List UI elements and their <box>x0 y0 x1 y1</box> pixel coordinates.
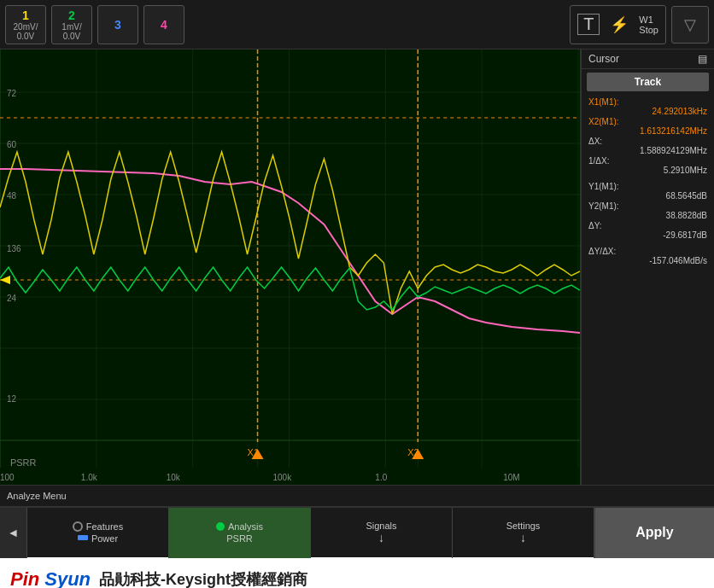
dx-row: ΔX: 1.588924129MHz <box>588 137 707 155</box>
dy-dx-value: -157.046MdB/s <box>588 256 707 265</box>
svg-text:24: 24 <box>7 294 17 303</box>
run-icon: ▽ <box>684 15 696 34</box>
svg-text:136: 136 <box>7 244 21 253</box>
footer: PinSyun 品勛科技-Keysight授權經銷商 <box>0 557 714 588</box>
inv-dx-label: 1/ΔX: <box>588 156 609 166</box>
trigger-section: T ⚡ W1 Stop <box>570 5 666 44</box>
logo-syun: Syun <box>44 568 91 588</box>
oscilloscope-plot: 72 60 48 136 24 12 X1 X2 PSRR <box>0 49 580 485</box>
tab-signals[interactable]: Signals ↓ <box>311 508 453 558</box>
logo-pin: Pin <box>10 568 39 588</box>
y2-value: 38.8828dB <box>588 211 707 220</box>
settings-arrow: ↓ <box>520 531 526 544</box>
y1-value: 68.5645dB <box>588 191 707 201</box>
svg-text:60: 60 <box>7 140 17 149</box>
svg-text:1.0k: 1.0k <box>81 473 97 482</box>
dx-value: 1.588924129MHz <box>588 146 707 155</box>
features-sublabel: Power <box>91 533 118 544</box>
x1-row: X1(M1): 24.292013kHz <box>588 97 707 116</box>
x2-row: X2(M1): 1.613216142MHz <box>588 117 707 136</box>
trigger-w1: W1 Stop <box>639 15 658 35</box>
features-blue-dot <box>78 535 88 540</box>
ch2-offset: 0.0V <box>63 32 81 41</box>
panel-icon: ▤ <box>698 53 707 65</box>
dy-row: ΔY: -29.6817dB <box>588 221 707 240</box>
channel-3-button[interactable]: 3 <box>97 5 138 44</box>
x2-label: X2(M1): <box>588 117 619 126</box>
analyze-bar: Analyze Menu <box>0 485 714 507</box>
cursor-data: X1(M1): 24.292013kHz X2(M1): 1.613216142… <box>582 95 714 268</box>
ch2-number: 2 <box>68 9 75 22</box>
top-toolbar: 1 20mV/ 0.0V 2 1mV/ 0.0V 3 4 T ⚡ W1 Stop… <box>0 0 714 49</box>
y1-label: Y1(M1): <box>588 182 619 191</box>
features-top: Features <box>73 521 123 532</box>
ch2-volt: 1mV/ <box>61 22 81 32</box>
y2-row: Y2(M1): 38.8828dB <box>588 201 707 220</box>
panel-title: Cursor <box>588 53 619 65</box>
footer-text: 品勛科技-Keysight授權經銷商 <box>99 569 307 588</box>
svg-rect-0 <box>0 49 580 485</box>
channel-1-button[interactable]: 1 20mV/ 0.0V <box>5 5 46 44</box>
analysis-top: Analysis <box>216 521 263 532</box>
run-button[interactable]: ▽ <box>671 6 709 44</box>
tab-analysis[interactable]: Analysis PSRR <box>169 508 311 558</box>
apply-button[interactable]: Apply <box>594 508 714 558</box>
svg-text:72: 72 <box>7 89 17 98</box>
channel-4-button[interactable]: 4 <box>143 5 184 44</box>
svg-text:48: 48 <box>7 191 17 201</box>
ch1-offset: 0.0V <box>17 32 35 41</box>
inv-dx-value: 5.2910MHz <box>588 166 707 175</box>
settings-label: Settings <box>506 521 541 531</box>
footer-logo: PinSyun <box>10 568 91 588</box>
dy-value: -29.6817dB <box>588 230 707 240</box>
x2-value: 1.613216142MHz <box>588 126 707 136</box>
analysis-dot <box>216 522 225 531</box>
ch4-number: 4 <box>161 18 167 32</box>
svg-text:PSRR: PSRR <box>10 457 37 468</box>
plot-area[interactable]: 72 60 48 136 24 12 X1 X2 PSRR <box>0 49 581 485</box>
menu-tabs: Features Power Analysis PSRR Signals ↓ S… <box>27 508 594 558</box>
features-label: Features <box>86 521 123 532</box>
tab-settings[interactable]: Settings ↓ <box>453 508 594 558</box>
features-sub: Power <box>78 532 118 544</box>
signals-arrow: ↓ <box>378 531 384 544</box>
analysis-sublabel: PSRR <box>226 533 253 544</box>
signals-label: Signals <box>366 521 396 531</box>
cursor-panel: Cursor ▤ Track X1(M1): 24.292013kHz X2(M… <box>581 49 714 485</box>
svg-text:10M: 10M <box>503 473 519 482</box>
inv-dx-row: 1/ΔX: 5.2910MHz <box>588 156 707 175</box>
features-radio <box>73 521 83 532</box>
track-button[interactable]: Track <box>587 73 709 91</box>
main-area: 72 60 48 136 24 12 X1 X2 PSRR <box>0 49 714 485</box>
analyze-label: Analyze Menu <box>7 491 67 501</box>
svg-text:12: 12 <box>7 394 17 404</box>
dy-dx-label: ΔY/ΔX: <box>588 247 616 256</box>
y1-row: Y1(M1): 68.5645dB <box>588 182 707 201</box>
ch3-number: 3 <box>114 18 121 32</box>
svg-text:100: 100 <box>0 473 15 482</box>
x1-label: X1(M1): <box>588 97 619 107</box>
y2-label: Y2(M1): <box>588 201 619 211</box>
svg-text:1.0: 1.0 <box>375 473 387 482</box>
tab-features[interactable]: Features Power <box>27 508 169 558</box>
svg-text:10k: 10k <box>167 473 180 482</box>
panel-header: Cursor ▤ <box>582 49 714 69</box>
bottom-menu: ◄ Features Power Analysis PSRR Signals ↓ <box>0 507 714 557</box>
ch1-number: 1 <box>22 9 29 22</box>
analysis-label: Analysis <box>228 521 263 532</box>
dy-label: ΔY: <box>588 221 602 230</box>
x1-value: 24.292013kHz <box>588 107 707 116</box>
dx-label: ΔX: <box>588 137 602 146</box>
trigger-t-label: T <box>577 14 600 35</box>
ch1-volt: 20mV/ <box>14 22 38 32</box>
channel-2-button[interactable]: 2 1mV/ 0.0V <box>51 5 92 44</box>
nav-arrow-button[interactable]: ◄ <box>0 508 27 558</box>
dy-dx-row: ΔY/ΔX: -157.046MdB/s <box>588 247 707 265</box>
svg-text:100k: 100k <box>273 473 292 482</box>
